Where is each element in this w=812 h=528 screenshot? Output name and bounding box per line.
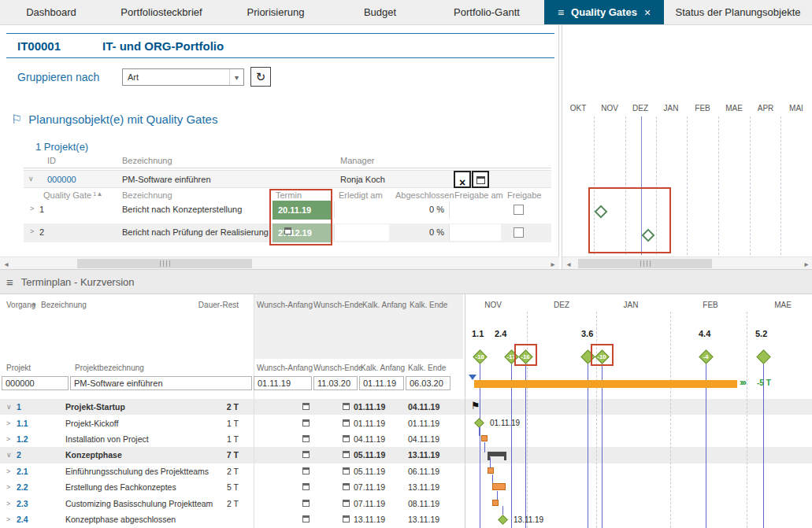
task-row[interactable]: > 2.4 Konzeptphase abgeschlossen 13.11.1… bbox=[0, 511, 463, 527]
gate-due-date[interactable]: 27.12.19 bbox=[273, 223, 331, 242]
erledigt-am-cell[interactable] bbox=[334, 224, 389, 241]
tab-quality-gates[interactable]: ≡ Quality Gates × bbox=[544, 0, 664, 24]
chevron-down-icon[interactable]: ▾ bbox=[229, 69, 243, 85]
col-erledigt-am[interactable]: Erledigt am bbox=[339, 190, 383, 200]
expander-closed-icon[interactable]: > bbox=[0, 515, 17, 523]
calendar-icon[interactable] bbox=[343, 515, 350, 522]
col-freigabe[interactable]: Freigabe bbox=[507, 190, 541, 200]
delete-button[interactable]: × bbox=[454, 171, 471, 188]
expander-closed-icon[interactable]: > bbox=[0, 500, 17, 508]
group-by-select[interactable]: Art ▾ bbox=[122, 68, 244, 86]
horizontal-scrollbar[interactable]: ◂ ▸ bbox=[0, 257, 559, 269]
expander-open-icon[interactable]: ∨ bbox=[0, 403, 17, 411]
task-milestone-diamond[interactable] bbox=[474, 418, 484, 427]
flag-icon[interactable]: ⚑ bbox=[471, 400, 480, 412]
col-kalk-ende[interactable]: Kalk. Ende bbox=[410, 301, 447, 309]
expander-closed-icon[interactable]: > bbox=[30, 205, 34, 212]
quality-gate-milestone-diamond[interactable] bbox=[594, 205, 607, 218]
gate-due-date[interactable]: 20.11.19 bbox=[273, 201, 331, 220]
project-name-cell[interactable]: PM-Software einführen bbox=[70, 376, 252, 390]
milestone-diamond[interactable]: -4 bbox=[699, 349, 713, 364]
col-wunsch-ende[interactable]: Wunsch-Ende bbox=[313, 301, 363, 309]
calendar-icon[interactable] bbox=[302, 483, 310, 490]
project-id-cell[interactable]: 000000 bbox=[2, 376, 69, 390]
milestone-diamond[interactable]: -10 bbox=[595, 349, 609, 364]
expander-open-icon[interactable]: ∨ bbox=[28, 175, 34, 183]
freigabe-checkbox[interactable] bbox=[514, 205, 524, 215]
col-freigabe-am[interactable]: Freigabe am bbox=[454, 190, 503, 200]
task-milestone-diamond[interactable] bbox=[498, 515, 507, 524]
hamburger-icon[interactable]: ≡ bbox=[558, 6, 564, 19]
tab-portfolio-gantt[interactable]: Portfolio-Gantt bbox=[429, 0, 544, 24]
calendar-icon[interactable] bbox=[302, 435, 310, 442]
scroll-right-icon[interactable]: ▸ bbox=[800, 257, 812, 270]
expander-closed-icon[interactable]: > bbox=[0, 435, 17, 443]
calendar-icon[interactable] bbox=[302, 500, 310, 507]
scroll-left-icon[interactable]: ◂ bbox=[0, 257, 13, 270]
expander-closed-icon[interactable]: > bbox=[30, 227, 34, 235]
scroll-left-icon[interactable]: ◂ bbox=[562, 257, 575, 270]
scroll-right-icon[interactable]: ▸ bbox=[547, 257, 559, 270]
task-row[interactable]: > 2.2 Erstellung des Fachkonzeptes 5 T 0… bbox=[0, 479, 463, 495]
project-id-link[interactable]: 000000 bbox=[47, 175, 76, 184]
task-bar[interactable] bbox=[488, 467, 494, 474]
tab-portfoliosteckbrief[interactable]: Portfoliosteckbrief bbox=[102, 0, 221, 24]
task-row[interactable]: ∨ 1 Projekt-Startup 2 T 01.11.19 04.11.1… bbox=[0, 399, 463, 415]
calendar-icon[interactable] bbox=[302, 515, 310, 522]
tab-status-der-planungsobjekte[interactable]: Status der Planungsobjekte bbox=[664, 0, 812, 24]
calendar-icon[interactable] bbox=[343, 500, 350, 507]
project-wish-end-cell[interactable]: 11.03.20 bbox=[313, 376, 358, 390]
project-row[interactable]: ∨ 000000 PM-Software einführen Ronja Koc… bbox=[24, 170, 551, 188]
calendar-icon[interactable] bbox=[343, 403, 350, 410]
gate-row[interactable]: > 1 Bericht nach Konzepterstellung 20.11… bbox=[24, 201, 551, 220]
task-row[interactable]: > 2.1 Einführungsschulung des Projekttea… bbox=[0, 463, 463, 479]
calendar-icon[interactable] bbox=[343, 419, 350, 426]
erledigt-am-cell[interactable] bbox=[334, 201, 389, 218]
hamburger-icon[interactable]: ≡ bbox=[6, 275, 13, 289]
project-calc-end-cell[interactable]: 06.03.20 bbox=[406, 376, 450, 390]
sort-asc-icon[interactable]: 1▲ bbox=[93, 190, 102, 198]
col-dauer-rest[interactable]: Dauer-Rest bbox=[193, 301, 239, 309]
scrollbar-thumb[interactable] bbox=[77, 259, 252, 268]
calendar-icon[interactable] bbox=[343, 435, 350, 442]
quality-gate-milestone-diamond[interactable] bbox=[641, 228, 654, 242]
col-gate-bezeichnung[interactable]: Bezeichnung bbox=[122, 190, 172, 200]
calendar-icon[interactable] bbox=[343, 467, 350, 474]
milestone-diamond[interactable] bbox=[756, 349, 770, 364]
col-wunsch-anfang[interactable]: Wunsch-Anfang bbox=[257, 301, 313, 309]
close-icon[interactable]: × bbox=[644, 6, 651, 19]
task-row[interactable]: ∨ 2 Konzeptphase 7 T 05.11.19 13.11.19 bbox=[0, 447, 463, 463]
expander-closed-icon[interactable]: > bbox=[0, 483, 17, 491]
col-kalk-anfang[interactable]: Kalk. Anfang bbox=[362, 301, 406, 309]
freigabe-am-cell[interactable] bbox=[449, 201, 501, 218]
task-row[interactable]: > 1.1 Projekt-Kickoff 1 T 01.11.19 01.11… bbox=[0, 415, 463, 430]
freigabe-checkbox[interactable] bbox=[514, 227, 524, 238]
expander-open-icon[interactable]: ∨ bbox=[0, 451, 17, 459]
project-summary-bar[interactable] bbox=[474, 380, 737, 388]
col-abgeschlossen[interactable]: Abgeschlossen bbox=[395, 190, 454, 200]
expander-closed-icon[interactable]: > bbox=[0, 419, 17, 427]
tab-dashboard[interactable]: Dashboard bbox=[0, 0, 102, 24]
calendar-icon[interactable] bbox=[302, 419, 310, 426]
task-row[interactable]: > 2.3 Customizing Basisschulung Projektt… bbox=[0, 495, 463, 511]
project-calc-start-cell[interactable]: 01.11.19 bbox=[359, 376, 404, 390]
calendar-icon[interactable] bbox=[302, 451, 310, 458]
refresh-button[interactable]: ↻ bbox=[250, 67, 271, 87]
calendar-button[interactable] bbox=[472, 171, 489, 188]
task-bar[interactable] bbox=[492, 500, 499, 506]
calendar-icon[interactable] bbox=[284, 227, 291, 234]
milestone-diamond[interactable]: -18 bbox=[473, 349, 487, 364]
expander-closed-icon[interactable]: > bbox=[0, 467, 17, 475]
calendar-icon[interactable] bbox=[343, 451, 350, 458]
gate-row[interactable]: > 2 Bericht nach Prüfung der Realisierun… bbox=[24, 223, 551, 242]
col-bezeichnung[interactable]: Bezeichnung bbox=[41, 301, 87, 309]
milestone-diamond[interactable] bbox=[580, 349, 595, 364]
horizontal-scrollbar[interactable]: ◂ ▸ bbox=[562, 257, 812, 269]
col-quality-gate[interactable]: Quality Gate bbox=[43, 190, 91, 200]
col-termin[interactable]: Termin bbox=[276, 190, 302, 200]
scrollbar-thumb[interactable] bbox=[578, 259, 712, 268]
task-bar[interactable] bbox=[481, 435, 488, 441]
milestone-diamond[interactable]: -16 bbox=[518, 349, 532, 364]
project-wish-start-cell[interactable]: 01.11.19 bbox=[254, 376, 312, 390]
calendar-icon[interactable] bbox=[343, 483, 350, 490]
